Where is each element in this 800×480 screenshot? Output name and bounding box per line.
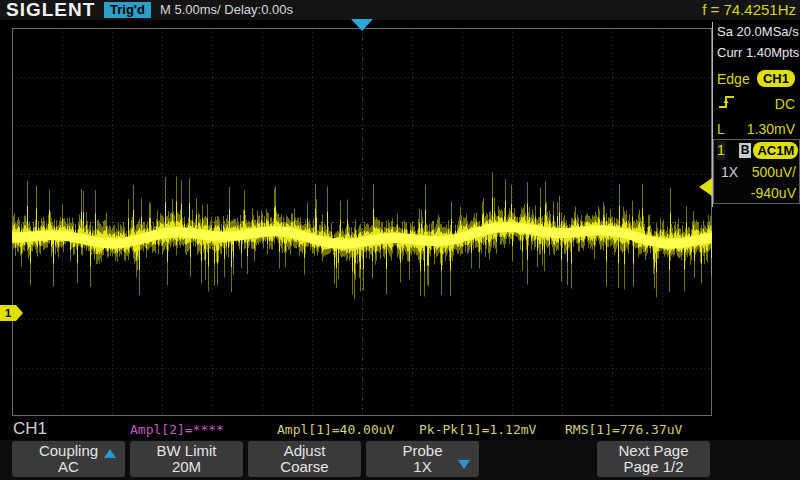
next-page-button[interactable]: Next Page Page 1/2	[597, 441, 710, 477]
channel-offset-readout: -940uV	[751, 185, 796, 201]
softkey-menu-bar: Coupling AC BW Limit 20M Adjust Coarse P…	[0, 440, 800, 480]
brand-logo: SIGLENT	[6, 0, 95, 21]
measurement-ampl1: Ampl[1]=40.00uV	[277, 422, 394, 437]
trigger-type-label: Edge	[717, 71, 750, 87]
trigger-level-value: 1.30mV	[747, 121, 795, 137]
measurement-row: CH1 Ampl[2]=**** Ampl[1]=40.00uV Pk-Pk[1…	[0, 416, 800, 442]
probe-attenuation-label: 1X	[721, 164, 738, 180]
next-page-button-title: Next Page	[597, 442, 710, 459]
trigger-status-badge: Trig'd	[104, 2, 151, 18]
blue-up-arrow-icon	[104, 449, 116, 458]
frequency-counter: f = 74.4251Hz	[702, 1, 796, 18]
blue-down-arrow-icon	[458, 460, 470, 469]
bw-limit-button[interactable]: BW Limit 20M	[130, 441, 243, 477]
memory-depth-readout: Curr 1.40Mpts	[717, 45, 799, 60]
trigger-info-panel[interactable]: Edge CH1 DC L 1.30mV	[713, 66, 799, 141]
channel1-zero-marker-icon[interactable]: 1	[0, 305, 16, 321]
rising-edge-icon	[717, 93, 737, 115]
trigger-level-letter: L	[717, 121, 725, 137]
trigger-coupling-label: DC	[775, 96, 795, 112]
measurement-ampl2: Ampl[2]=****	[130, 422, 224, 437]
bw-limit-button-value: 20M	[130, 459, 243, 475]
probe-button-title: Probe	[366, 442, 479, 459]
right-sidebar: Sa 20.0MSa/s Curr 1.40Mpts Edge CH1 DC L…	[712, 20, 800, 440]
adjust-button-value: Coarse	[248, 459, 361, 475]
channel-number-label: 1	[717, 141, 725, 160]
measurement-rms1: RMS[1]=776.37uV	[565, 422, 682, 437]
trigger-level-marker-icon[interactable]	[699, 178, 712, 196]
timebase-readout[interactable]: M 5.00ms/ Delay:0.00s	[160, 2, 293, 17]
probe-button[interactable]: Probe 1X	[366, 441, 479, 477]
graticule-area	[12, 28, 712, 416]
coupling-button[interactable]: Coupling AC	[12, 441, 125, 477]
next-page-button-value: Page 1/2	[597, 459, 710, 475]
trigger-position-marker-icon[interactable]	[351, 19, 373, 31]
adjust-button-title: Adjust	[248, 442, 361, 459]
channel1-info-panel[interactable]: 1 B AC1M 1X 500uV/ -940uV	[713, 139, 800, 204]
adjust-button[interactable]: Adjust Coarse	[248, 441, 361, 477]
top-status-bar: SIGLENT Trig'd M 5.00ms/ Delay:0.00s f =…	[0, 0, 800, 20]
trigger-source-badge: CH1	[757, 70, 795, 87]
bandwidth-limit-badge: B	[739, 143, 752, 158]
oscilloscope-screen: SIGLENT Trig'd M 5.00ms/ Delay:0.00s f =…	[0, 0, 800, 480]
active-channel-label: CH1	[13, 419, 47, 439]
bw-limit-button-title: BW Limit	[130, 442, 243, 459]
waveform-canvas	[12, 28, 712, 416]
sample-rate-readout: Sa 20.0MSa/s	[717, 24, 799, 39]
measurement-pkpk1: Pk-Pk[1]=1.12mV	[419, 422, 536, 437]
channel-coupling-badge: AC1M	[753, 142, 798, 159]
coupling-button-value: AC	[12, 459, 125, 475]
volts-per-div-readout: 500uV/	[752, 164, 796, 180]
